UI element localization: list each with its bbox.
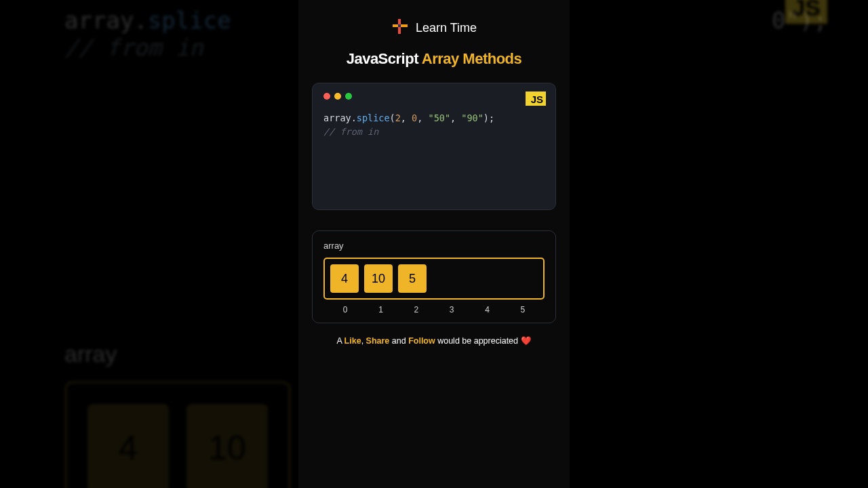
title-part2: Array Methods <box>422 50 522 67</box>
index: 4 <box>469 305 505 314</box>
array-cell: 5 <box>398 264 427 293</box>
code-window: JS array.splice(2, 0, "50", "90"); // fr… <box>312 83 556 210</box>
close-dot-icon <box>323 93 330 100</box>
bg-array-cell: 4 <box>87 404 169 488</box>
bg-code-left: array.splice // from in <box>64 7 231 61</box>
code-open: ( <box>390 113 395 123</box>
index-row: 0 1 2 3 4 5 <box>323 305 545 314</box>
svg-rect-2 <box>398 24 401 27</box>
footer-like: Like <box>344 336 361 346</box>
main-card: Learn Time JavaScript Array Methods JS a… <box>298 0 570 488</box>
code-arg4: "90" <box>461 113 484 123</box>
index: 2 <box>399 305 434 314</box>
brand-icon <box>391 18 409 38</box>
array-cell: 10 <box>364 264 393 293</box>
code-arg1: 2 <box>395 113 401 123</box>
footer-share: Share <box>366 336 390 346</box>
array-cell: 4 <box>330 264 359 293</box>
footer-text: A Like, Share and Follow would be apprec… <box>336 336 531 346</box>
index: 1 <box>363 305 398 314</box>
index: 0 <box>328 305 363 314</box>
bg-code-obj: array <box>64 7 134 34</box>
code-obj: array <box>323 113 351 123</box>
code-arg3: "50" <box>429 113 451 123</box>
js-badge: JS <box>526 92 546 106</box>
bg-code-comment: // from in <box>64 34 203 61</box>
page-title: JavaScript Array Methods <box>347 50 522 68</box>
maximize-dot-icon <box>345 93 352 100</box>
heart-icon: ❤️ <box>521 336 532 346</box>
index: 3 <box>434 305 469 314</box>
bg-code-method: splice <box>148 7 231 34</box>
bg-array-box: 4 10 <box>64 381 291 488</box>
title-part1: JavaScript <box>347 50 422 67</box>
vis-label: array <box>323 241 545 251</box>
code-close: ); <box>484 113 494 123</box>
bg-array-cell: 10 <box>186 404 268 488</box>
array-box: 4 10 5 <box>323 258 545 300</box>
window-traffic-lights <box>323 93 545 100</box>
bg-array-label: array <box>64 341 117 367</box>
minimize-dot-icon <box>334 93 341 100</box>
visualization-panel: array 4 10 5 0 1 2 3 4 5 <box>312 230 556 323</box>
code-block: array.splice(2, 0, "50", "90"); // from … <box>323 112 545 138</box>
footer-follow: Follow <box>408 336 435 346</box>
code-comment: // from in <box>323 126 378 137</box>
code-method: splice <box>357 113 390 123</box>
brand-text: Learn Time <box>416 21 477 35</box>
brand-row: Learn Time <box>391 18 477 38</box>
index: 5 <box>505 305 540 314</box>
bg-js-badge: JS <box>785 0 827 24</box>
